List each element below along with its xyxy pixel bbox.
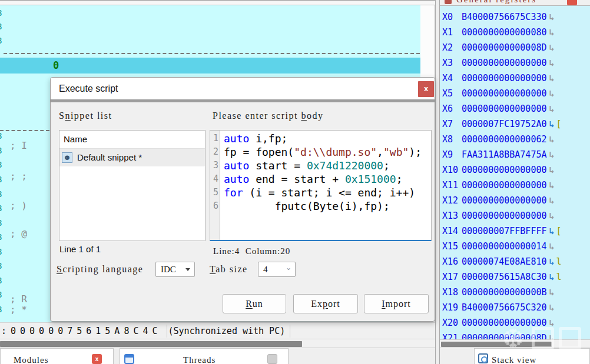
registers-close-icon[interactable] [567, 0, 577, 5]
listing-horizontal-scrollbar[interactable] [0, 339, 435, 348]
register-row[interactable]: X21000000000000008D↳ [440, 330, 590, 339]
modules-close-icon[interactable]: x [92, 354, 102, 364]
register-row[interactable]: X10000000000000080↳ [440, 25, 590, 40]
register-row[interactable]: X60000000000000000↳ [440, 101, 590, 116]
jump-arrow-icon[interactable]: ↳ [549, 333, 555, 339]
jump-arrow-icon[interactable]: ↳ [549, 73, 555, 84]
register-row[interactable]: X0B40000756675C330↳ [440, 9, 590, 25]
code-line[interactable]: auto end = start + 0x151000; [224, 172, 431, 186]
jump-arrow-icon[interactable]: ↳ [549, 241, 555, 252]
register-row[interactable]: X14000000007FFBFFFF↳[ [440, 223, 590, 239]
code-line[interactable]: for (i = start; i <= end; i++) [224, 186, 431, 199]
register-row[interactable]: X40000000000000000↳ [440, 71, 590, 86]
register-row[interactable]: X150000000000000014↳ [440, 239, 590, 254]
register-value[interactable]: 0000000000000000 [462, 88, 547, 99]
scrollbar-thumb[interactable] [0, 341, 302, 347]
register-row[interactable]: X18000000000000000B↳ [440, 285, 590, 300]
jump-arrow-icon[interactable]: ↳ [549, 88, 555, 99]
register-value[interactable]: 00000075615A8C30 [462, 272, 547, 282]
register-value[interactable]: 0000000000000062 [462, 134, 547, 145]
jump-arrow-icon[interactable]: ↳ [549, 58, 555, 68]
jump-arrow-icon[interactable]: ↳ [549, 211, 555, 221]
register-value[interactable]: B40000756675C330 [462, 12, 547, 22]
code-line[interactable]: auto i,fp; [224, 132, 431, 145]
register-row[interactable]: X130000000000000000↳ [440, 208, 590, 223]
jump-arrow-icon[interactable]: ↳ [549, 272, 555, 282]
jump-arrow-icon[interactable]: ↳ [549, 103, 555, 114]
snippet-list-item[interactable]: ☻ Default snippet * [59, 149, 205, 166]
code-line[interactable]: auto start = 0x74d1220000; [224, 159, 431, 172]
register-row[interactable]: X19B40000756675C320↳ [440, 300, 590, 315]
jump-arrow-icon[interactable]: ↳ [549, 119, 555, 129]
register-row[interactable]: X70000007FC19752A0↳[ [440, 116, 590, 132]
snippet-list[interactable]: Name ☻ Default snippet * [59, 130, 205, 241]
register-value[interactable]: 000000000000008D [462, 42, 547, 53]
jump-arrow-icon[interactable]: ↳ [549, 318, 555, 328]
run-button[interactable]: Run [223, 294, 286, 313]
threads-menu-icon[interactable] [267, 354, 277, 364]
register-value[interactable]: 0000000000000000 [462, 58, 547, 68]
register-value[interactable]: 0000000000000000 [462, 165, 547, 175]
register-name: X19 [442, 300, 462, 315]
import-button[interactable]: Import [364, 294, 429, 313]
jump-arrow-icon[interactable]: ↳ [549, 165, 555, 175]
jump-arrow-icon[interactable]: ↳ [549, 302, 555, 313]
jump-arrow-icon[interactable]: ↳ [549, 27, 555, 38]
register-row[interactable]: X200000000000000000↳ [440, 315, 590, 330]
register-value[interactable]: 0000000000000000 [462, 180, 547, 191]
register-value[interactable]: 0000007FC19752A0 [462, 119, 547, 129]
jump-arrow-icon[interactable]: ↳ [549, 180, 555, 191]
jump-arrow-icon[interactable]: ↳ [549, 226, 555, 236]
code-line[interactable]: fp = fopen("d:\\dump.so","wb"); [224, 145, 431, 159]
register-row[interactable]: X2000000000000008D↳ [440, 40, 590, 55]
jump-arrow-icon[interactable]: ↳ [549, 12, 555, 22]
register-value[interactable]: 0000000000000000 [462, 103, 547, 114]
modules-panel-tab[interactable]: Modules x [0, 348, 114, 364]
tab-size-select[interactable]: 4 ⌄ [258, 262, 296, 277]
register-value[interactable]: 0000000000000000 [462, 73, 547, 84]
register-row[interactable]: X80000000000000062↳ [440, 132, 590, 147]
register-row[interactable]: X1600000074E08AE810↳l [440, 254, 590, 269]
dialog-titlebar[interactable]: Execute script x [51, 78, 435, 99]
jump-arrow-icon[interactable]: ↳ [549, 195, 555, 206]
register-value[interactable]: 000000000000000B [462, 287, 547, 298]
register-value[interactable]: B40000756675C320 [462, 302, 547, 313]
jump-arrow-icon[interactable]: ↳ [549, 149, 555, 160]
stack-view-panel-tab[interactable]: Stack view [474, 348, 590, 364]
register-value[interactable]: 0000000000000000 [462, 318, 547, 328]
register-value[interactable]: 0000000000000080 [462, 27, 547, 38]
register-row[interactable]: X110000000000000000↳ [440, 178, 590, 193]
snippet-icon: ☻ [62, 152, 72, 163]
export-button[interactable]: Export [293, 294, 358, 313]
panel-splitter[interactable] [435, 0, 440, 364]
jump-arrow-icon[interactable]: ↳ [549, 256, 555, 267]
threads-panel-tab[interactable]: Threads [120, 348, 289, 364]
dialog-close-button[interactable]: x [418, 81, 434, 97]
registers-horizontal-scrollbar[interactable] [440, 339, 590, 348]
register-value[interactable]: 00000074E08AE810 [462, 256, 547, 267]
current-line-highlight[interactable] [0, 58, 420, 74]
jump-arrow-icon[interactable]: ↳ [549, 287, 555, 298]
register-value[interactable]: 0000000000000000 [462, 211, 547, 221]
general-registers-panel[interactable]: X0B40000756675C330↳X10000000000000080↳X2… [440, 6, 590, 339]
register-row[interactable]: X9FAA311A8BBA7475A↳ [440, 147, 590, 162]
editor-code[interactable]: auto i,fp;fp = fopen("d:\\dump.so","wb")… [220, 131, 431, 240]
script-body-editor[interactable]: 123456 auto i,fp;fp = fopen("d:\\dump.so… [210, 130, 432, 241]
register-row[interactable]: X30000000000000000↳ [440, 55, 590, 71]
register-value[interactable]: 0000000000000014 [462, 241, 547, 252]
threads-panel-label: Threads [183, 355, 216, 364]
register-row[interactable]: X50000000000000000↳ [440, 86, 590, 101]
jump-arrow-icon[interactable]: ↳ [549, 42, 555, 53]
scripting-language-select[interactable]: IDC [155, 262, 195, 277]
register-value[interactable]: FAA311A8BBA7475A [462, 149, 547, 160]
jump-arrow-icon[interactable]: ↳ [549, 134, 555, 145]
register-row[interactable]: X120000000000000000↳ [440, 193, 590, 208]
register-name: X20 [442, 315, 462, 330]
scrollbar-thumb[interactable] [441, 342, 552, 347]
register-row[interactable]: X1700000075615A8C30↳l [440, 269, 590, 285]
register-value[interactable]: 000000000000008D [462, 333, 547, 339]
register-row[interactable]: X100000000000000000↳ [440, 162, 590, 178]
register-value[interactable]: 000000007FFBFFFF [462, 226, 547, 236]
register-value[interactable]: 0000000000000000 [462, 195, 547, 206]
code-line[interactable]: fputc(Byte(i),fp); [224, 199, 431, 213]
